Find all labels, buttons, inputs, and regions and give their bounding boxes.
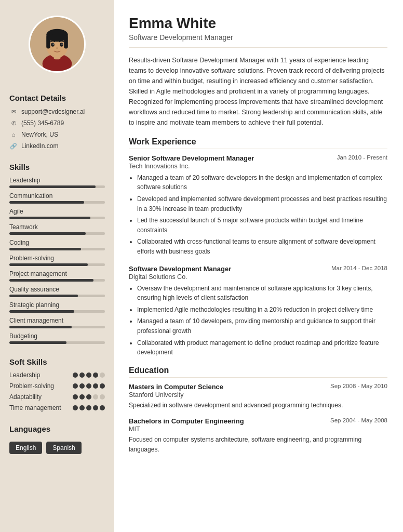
job-bullets: Managed a team of 20 software developers…	[129, 173, 387, 257]
skill-label: Communication	[9, 192, 105, 200]
job-bullets: Oversaw the development and maintenance …	[129, 284, 387, 357]
dot-empty	[93, 394, 98, 400]
job-dates: Mar 2014 - Dec 2018	[331, 265, 387, 271]
edu-dates: Sep 2004 - May 2008	[330, 417, 387, 423]
soft-skills-title: Soft Skills	[9, 357, 105, 366]
language-tag: English	[9, 442, 42, 454]
skill-item: Problem-solving	[9, 255, 105, 266]
skill-label: Coding	[9, 239, 105, 246]
soft-skill-label: Time management	[9, 404, 61, 411]
edu-header: Masters in Computer Science Sep 2008 - M…	[129, 383, 387, 391]
dot-filled	[100, 383, 105, 389]
job-block: Software Development Manager Mar 2014 - …	[129, 265, 387, 357]
skill-label: Budgeting	[9, 332, 105, 340]
svg-point-8	[51, 43, 55, 47]
work-experience-heading: Work Experience	[129, 137, 387, 149]
skill-bar-bg	[9, 310, 105, 313]
skill-label: Teamwork	[9, 223, 105, 231]
svg-point-12	[56, 47, 59, 49]
soft-skills-list: LeadershipProblem-solvingAdaptabilityTim…	[9, 371, 105, 415]
svg-point-9	[60, 43, 63, 47]
skill-label: Problem-solving	[9, 255, 105, 262]
job-bullet: Implemented Agile methodologies resultin…	[137, 305, 387, 315]
dot-filled	[86, 394, 91, 400]
skill-bar-bg	[9, 295, 105, 297]
skill-bar-fill	[9, 217, 90, 219]
education-heading: Education	[129, 366, 387, 378]
dot-filled	[93, 405, 98, 410]
skill-bar-bg	[9, 201, 105, 204]
candidate-title: Software Development Manager	[129, 33, 387, 42]
skill-bar-fill	[9, 295, 78, 297]
skill-label: Strategic planning	[9, 301, 105, 309]
language-tag: Spanish	[46, 442, 81, 454]
job-header: Software Development Manager Mar 2014 - …	[129, 265, 387, 273]
job-block: Senior Software Development Manager Jan …	[129, 154, 387, 257]
email-icon: ✉	[9, 108, 18, 116]
lang-tags: EnglishSpanish	[9, 442, 105, 454]
edu-degree: Bachelors in Computer Engineering	[129, 417, 244, 425]
skill-bar-bg	[9, 326, 105, 328]
edu-block: Masters in Computer Science Sep 2008 - M…	[129, 383, 387, 410]
skill-bar-bg	[9, 232, 105, 235]
soft-skill-label: Leadership	[9, 371, 56, 379]
skill-item: Coding	[9, 239, 105, 250]
dot-filled	[73, 394, 78, 400]
skill-label: Leadership	[9, 177, 105, 184]
skill-bar-bg	[9, 279, 105, 282]
contact-item: 🔗LinkedIn.com	[9, 142, 105, 150]
edu-degree: Masters in Computer Science	[129, 383, 223, 391]
skill-bar-fill	[9, 248, 81, 250]
contact-text: NewYork, US	[21, 131, 58, 138]
main-content: Emma White Software Development Manager …	[114, 0, 403, 532]
skill-bar-fill	[9, 279, 93, 282]
dot-filled	[86, 383, 91, 389]
soft-skill-label: Adaptability	[9, 393, 56, 401]
skill-label: Quality assurance	[9, 286, 105, 293]
skill-bar-fill	[9, 263, 88, 266]
dot-filled	[79, 383, 85, 389]
education-list: Masters in Computer Science Sep 2008 - M…	[129, 383, 387, 455]
dot-filled	[86, 373, 91, 378]
job-bullet: Collaborated with product management to …	[137, 338, 387, 357]
avatar-wrap	[9, 16, 105, 73]
candidate-name: Emma White	[129, 16, 387, 32]
skill-item: Client management	[9, 317, 105, 328]
skill-bar-fill	[9, 326, 72, 328]
jobs-list: Senior Software Development Manager Jan …	[129, 154, 387, 357]
home-icon: ⌂	[9, 130, 18, 139]
skill-item: Strategic planning	[9, 301, 105, 313]
resume-container: Contact Details ✉support@cvdesigner.ai✆(…	[0, 0, 403, 532]
dots	[73, 394, 105, 400]
contact-item: ✉support@cvdesigner.ai	[9, 108, 105, 116]
skill-bar-bg	[9, 185, 105, 188]
dots	[73, 373, 105, 378]
dot-filled	[73, 405, 78, 410]
summary-text: Results-driven Software Development Mana…	[129, 55, 387, 128]
job-bullet: Collaborated with cross-functional teams…	[137, 237, 387, 256]
dot-filled	[100, 405, 105, 410]
dot-filled	[93, 383, 98, 389]
job-header: Senior Software Development Manager Jan …	[129, 154, 387, 162]
skill-label: Project management	[9, 270, 105, 277]
skill-bar-fill	[9, 201, 84, 204]
svg-point-10	[52, 44, 53, 45]
skill-label: Client management	[9, 317, 105, 324]
skill-bar-fill	[9, 341, 66, 344]
dot-filled	[79, 405, 85, 410]
contact-title: Contact Details	[9, 94, 105, 102]
job-bullet: Managed a team of 10 developers, providi…	[137, 316, 387, 336]
dot-filled	[73, 383, 78, 389]
contact-item: ✆(555) 345-6789	[9, 119, 105, 127]
skills-list: Leadership Communication Agile Teamwork …	[9, 177, 105, 348]
job-bullet: Developed and implemented software devel…	[137, 194, 387, 214]
dots	[73, 383, 105, 389]
dot-filled	[79, 373, 85, 378]
dot-empty	[100, 394, 105, 400]
skill-bar-fill	[9, 185, 96, 188]
skill-item: Quality assurance	[9, 286, 105, 297]
soft-skill-item: Problem-solving	[9, 382, 105, 390]
edu-desc: Focused on computer systems architecture…	[129, 435, 387, 454]
job-company: Digital Solutions Co.	[129, 273, 387, 281]
sidebar: Contact Details ✉support@cvdesigner.ai✆(…	[0, 0, 114, 532]
